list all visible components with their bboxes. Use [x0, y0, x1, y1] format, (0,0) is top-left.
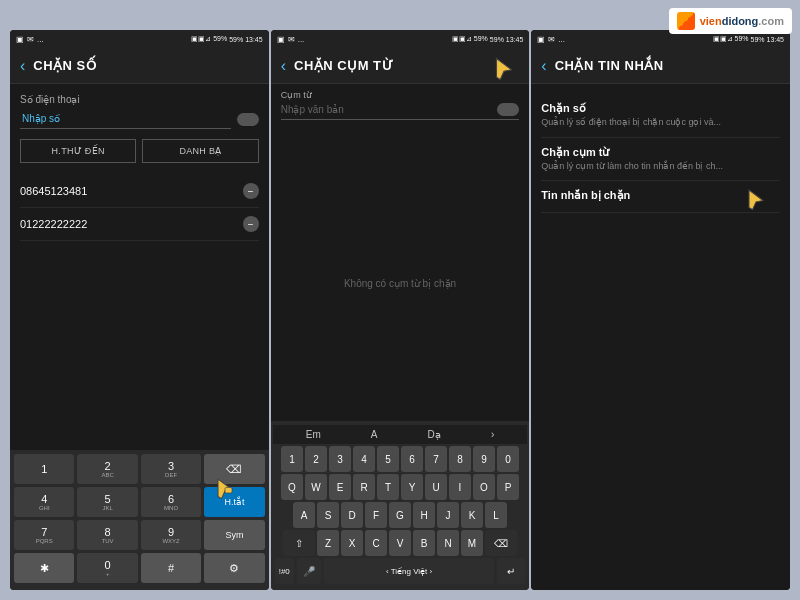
screen2-title: CHẶN CỤM TỪ [294, 58, 393, 73]
qkey-g[interactable]: G [389, 502, 411, 528]
qkey-3[interactable]: 3 [329, 446, 351, 472]
key-7[interactable]: 7PQRS [14, 520, 74, 550]
qkey-e[interactable]: E [329, 474, 351, 500]
numpad-row-1: 1 2ABC 3DEF ⌫ [14, 454, 265, 484]
screen3-back-button[interactable]: ‹ [541, 57, 546, 75]
inbox-filter-btn[interactable]: H.THƯ ĐẾN [20, 139, 136, 163]
key-8[interactable]: 8TUV [77, 520, 137, 550]
contacts-filter-btn[interactable]: DANH BẠ [142, 139, 258, 163]
qkey-o[interactable]: O [473, 474, 495, 500]
key-3[interactable]: 3DEF [141, 454, 201, 484]
remove-number-1[interactable]: − [243, 216, 259, 232]
qkey-z[interactable]: Z [317, 530, 339, 556]
phone-input-toggle[interactable] [237, 113, 259, 126]
qkey-c[interactable]: C [365, 530, 387, 556]
qkey-h[interactable]: H [413, 502, 435, 528]
key-2[interactable]: 2ABC [77, 454, 137, 484]
lang-arrow: › [491, 429, 494, 440]
key-star[interactable]: ✱ [14, 553, 74, 583]
key-backspace[interactable]: ⌫ [204, 454, 264, 484]
qkey-b[interactable]: B [413, 530, 435, 556]
key-9[interactable]: 9WXYZ [141, 520, 201, 550]
screen1-back-button[interactable]: ‹ [20, 57, 25, 75]
qkey-l[interactable]: L [485, 502, 507, 528]
screen3-header: ‹ CHẶN TIN NHẮN [531, 48, 790, 84]
key-sym[interactable]: Sym [204, 520, 264, 550]
qkey-space-viet[interactable]: ‹ Tiếng Việt › [324, 558, 495, 584]
lang-row: Em A Dạ › [273, 425, 528, 444]
key-6[interactable]: 6MNO [141, 487, 201, 517]
key-0[interactable]: 0+ [77, 553, 137, 583]
qkey-i[interactable]: I [449, 474, 471, 500]
qkey-r[interactable]: R [353, 474, 375, 500]
key-1[interactable]: 1 [14, 454, 74, 484]
remove-number-0[interactable]: − [243, 183, 259, 199]
qkey-m[interactable]: M [461, 530, 483, 556]
number-item-1: 01222222222 − [20, 208, 259, 241]
qkey-n[interactable]: N [437, 530, 459, 556]
qkey-7[interactable]: 7 [425, 446, 447, 472]
qkey-row-asdf: A S D F G H J K L [273, 502, 528, 528]
qkey-0[interactable]: 0 [497, 446, 519, 472]
qkey-6[interactable]: 6 [401, 446, 423, 472]
qkey-u[interactable]: U [425, 474, 447, 500]
signal-icon: ▣ [16, 35, 24, 44]
qkey-s[interactable]: S [317, 502, 339, 528]
s2-time: 59% 13:45 [490, 36, 523, 43]
qkey-v[interactable]: V [389, 530, 411, 556]
lang-em[interactable]: Em [306, 429, 321, 440]
menu-item-block-number[interactable]: Chặn số Quản lý số điện thoại bị chặn cu… [541, 94, 780, 138]
qkey-8[interactable]: 8 [449, 446, 471, 472]
phone-input[interactable]: Nhập số [20, 109, 231, 129]
screen1-header: ‹ CHẶN SỐ [10, 48, 269, 84]
numpad-row-2: 4GHI 5JKL 6MNO H.tắt [14, 487, 265, 517]
screen1-block-number: ▣ ✉ ... ▣▣⊿ 59% 59% 13:45 ‹ CHẶN SỐ Số đ… [10, 30, 269, 590]
phrase-input[interactable]: Nhập văn bản [281, 104, 498, 115]
key-5[interactable]: 5JKL [77, 487, 137, 517]
menu-item-blocked-messages[interactable]: Tin nhắn bị chặn [541, 181, 780, 213]
phrase-label: Cụm từ [281, 90, 520, 100]
qkey-k[interactable]: K [461, 502, 483, 528]
screen3-content: Chặn số Quản lý số điện thoại bị chặn cu… [531, 84, 790, 590]
key-htac[interactable]: H.tắt [204, 487, 264, 517]
key-hash[interactable]: # [141, 553, 201, 583]
menu-item-block-phrase[interactable]: Chặn cụm từ Quản lý cụm từ làm cho tin n… [541, 138, 780, 182]
qkey-row-bottom: !#0 🎤 ‹ Tiếng Việt › ↵ [273, 558, 528, 584]
lang-da[interactable]: Dạ [428, 429, 441, 440]
qkey-enter[interactable]: ↵ [497, 558, 525, 584]
qkey-q[interactable]: Q [281, 474, 303, 500]
qkey-1[interactable]: 1 [281, 446, 303, 472]
qkey-t[interactable]: T [377, 474, 399, 500]
qkey-mic[interactable]: 🎤 [297, 558, 321, 584]
number-text-0: 08645123481 [20, 185, 87, 197]
qkey-5[interactable]: 5 [377, 446, 399, 472]
screens-container: ▣ ✉ ... ▣▣⊿ 59% 59% 13:45 ‹ CHẶN SỐ Số đ… [10, 30, 790, 590]
qkey-j[interactable]: J [437, 502, 459, 528]
qkey-4[interactable]: 4 [353, 446, 375, 472]
phrase-toggle[interactable] [497, 103, 519, 116]
finger-cursor-3-container [742, 183, 770, 215]
qkey-2[interactable]: 2 [305, 446, 327, 472]
key-4[interactable]: 4GHI [14, 487, 74, 517]
qkey-symbols[interactable]: !#0 [275, 558, 294, 584]
qkey-w[interactable]: W [305, 474, 327, 500]
qkey-9[interactable]: 9 [473, 446, 495, 472]
qkey-y[interactable]: Y [401, 474, 423, 500]
watermark-brand-orange: vien [700, 15, 722, 27]
lang-a[interactable]: A [371, 429, 378, 440]
qkey-backspace[interactable]: ⌫ [485, 530, 517, 556]
s2-signal-icon: ▣ [277, 35, 285, 44]
filter-btn-row: H.THƯ ĐẾN DANH BẠ [20, 139, 259, 163]
screen2-qwerty: Em A Dạ › 1 2 3 4 5 6 7 8 9 0 Q W [271, 421, 530, 590]
finger-cursor-3 [742, 183, 770, 211]
screen2-back-button[interactable]: ‹ [281, 57, 286, 75]
qkey-x[interactable]: X [341, 530, 363, 556]
qkey-d[interactable]: D [341, 502, 363, 528]
qkey-a[interactable]: A [293, 502, 315, 528]
qkey-p[interactable]: P [497, 474, 519, 500]
svg-marker-3 [749, 190, 763, 210]
phrase-input-section: Cụm từ Nhập văn bản [271, 84, 530, 126]
qkey-f[interactable]: F [365, 502, 387, 528]
qkey-shift[interactable]: ⇧ [283, 530, 315, 556]
key-settings[interactable]: ⚙ [204, 553, 264, 583]
